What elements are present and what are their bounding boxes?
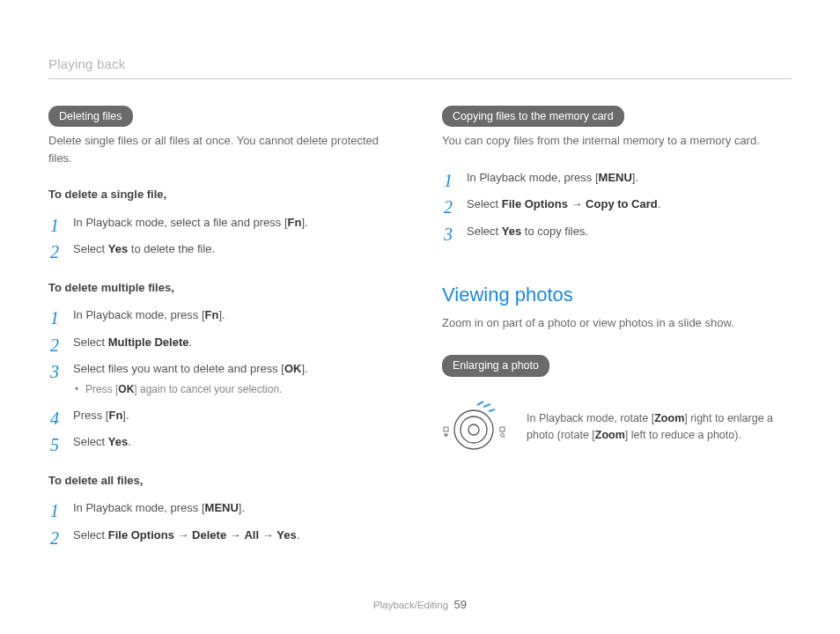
menu-key: MENU <box>599 171 632 184</box>
fn-key: Fn <box>205 308 219 321</box>
step: In Playback mode, press [MENU]. <box>442 169 792 187</box>
steps-delete-multiple: In Playback mode, press [Fn]. Select Mul… <box>48 306 398 451</box>
svg-point-1 <box>461 417 487 443</box>
page-number: 59 <box>453 598 466 611</box>
svg-rect-7 <box>500 427 505 431</box>
fn-key: Fn <box>288 216 302 229</box>
intro-deleting-files: Delete single files or all files at once… <box>48 132 398 166</box>
intro-copying: You can copy files from the internal mem… <box>442 132 792 150</box>
pill-copying-files: Copying files to the memory card <box>442 106 624 128</box>
subhead-delete-all: To delete all files, <box>48 472 398 490</box>
step: Select File Options → Copy to Card. <box>442 195 792 213</box>
subhead-delete-single: To delete a single file, <box>48 186 398 203</box>
page-footer: Playback/Editing 59 <box>0 596 840 614</box>
ok-key: OK <box>118 383 134 395</box>
ok-key: OK <box>284 362 302 375</box>
step: Select Yes. <box>48 433 398 451</box>
svg-rect-3 <box>444 427 448 431</box>
intro-viewing-photos: Zoom in on part of a photo or view photo… <box>442 314 792 332</box>
subhead-delete-multiple: To delete multiple files, <box>48 279 398 297</box>
zoom-dial-icon <box>442 398 511 456</box>
svg-point-8 <box>501 433 505 437</box>
zoom-block: In Playback mode, rotate [Zoom] right to… <box>442 398 792 456</box>
columns: Deleting files Delete single files or al… <box>48 106 792 565</box>
step: Press [Fn]. <box>48 407 398 424</box>
step-note: Press [OK] again to cancel your selectio… <box>73 381 398 397</box>
footer-section: Playback/Editing <box>373 600 448 610</box>
pill-enlarging-photo: Enlarging a photo <box>442 355 549 377</box>
step: In Playback mode, press [MENU]. <box>48 499 398 517</box>
zoom-description: In Playback mode, rotate [Zoom] right to… <box>527 410 773 444</box>
steps-delete-all: In Playback mode, press [MENU]. Select F… <box>48 499 398 543</box>
step: Select Yes to delete the file. <box>48 240 398 258</box>
svg-line-9 <box>504 436 505 438</box>
steps-copy: In Playback mode, press [MENU]. Select F… <box>442 169 792 240</box>
pill-deleting-files: Deleting files <box>48 106 133 128</box>
heading-viewing-photos: Viewing photos <box>442 280 792 309</box>
steps-delete-single: In Playback mode, select a file and pres… <box>48 214 398 258</box>
svg-point-2 <box>468 424 479 435</box>
step: Select files you want to delete and pres… <box>48 360 398 397</box>
running-header: Playing back <box>48 55 792 79</box>
step: In Playback mode, select a file and pres… <box>48 214 398 232</box>
step: Select Yes to copy files. <box>442 223 792 240</box>
step: Select Multiple Delete. <box>48 334 398 351</box>
left-column: Deleting files Delete single files or al… <box>48 106 398 565</box>
right-column: Copying files to the memory card You can… <box>442 106 792 565</box>
fn-key: Fn <box>108 409 122 422</box>
step: Select File Options → Delete → All → Yes… <box>48 527 398 544</box>
menu-key: MENU <box>205 501 239 514</box>
step: In Playback mode, press [Fn]. <box>48 306 398 324</box>
page: Playing back Deleting files Delete singl… <box>0 0 840 600</box>
